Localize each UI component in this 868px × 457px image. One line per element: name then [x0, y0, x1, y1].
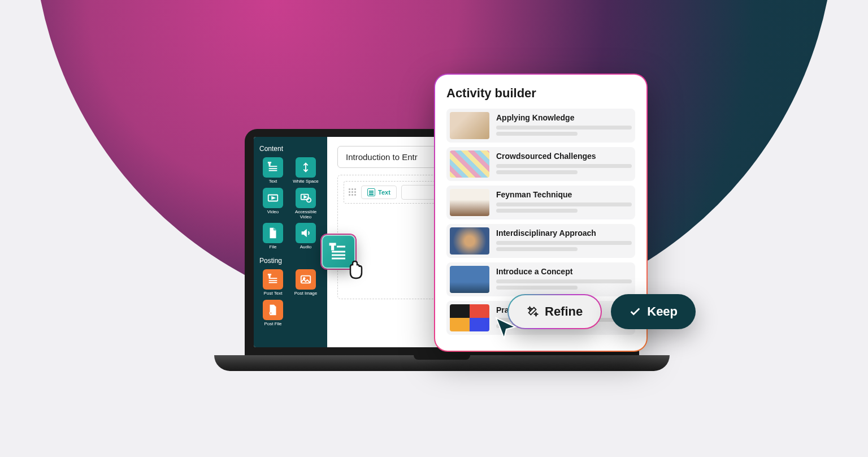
magic-wand-icon — [527, 305, 539, 318]
activity-item-name: Introduce a Concept — [496, 267, 632, 276]
sidebar-item-post-text[interactable]: T Post Text — [258, 269, 288, 296]
sidebar-item-label: Video — [267, 210, 279, 215]
activity-thumbnail — [450, 266, 489, 293]
sidebar-item-whitespace[interactable]: White Space — [291, 157, 320, 184]
placeholder-line — [496, 170, 578, 174]
placeholder-line — [496, 279, 632, 283]
text-block-chip[interactable]: Text — [361, 186, 397, 199]
sidebar-item-label: Accessible Video — [291, 210, 320, 220]
sidebar-item-post-image[interactable]: Post Image — [291, 269, 320, 296]
cursor-arrow-icon — [493, 314, 520, 342]
file-icon — [263, 223, 283, 243]
activity-thumbnail — [450, 304, 489, 331]
sidebar-item-post-file[interactable]: Post File — [258, 300, 288, 327]
sidebar: Content T Text White Space — [254, 137, 327, 347]
placeholder-line — [496, 202, 632, 206]
sidebar-posting-heading: Posting — [259, 257, 322, 265]
text-block-label: Text — [378, 189, 390, 196]
text-icon: T — [263, 157, 283, 178]
placeholder-line — [496, 241, 632, 245]
activity-item-applying-knowledge[interactable]: Applying Knowledge — [446, 109, 635, 143]
post-text-icon: T — [263, 269, 283, 290]
post-file-icon — [263, 300, 283, 320]
activity-item-interdisciplinary[interactable]: Interdisciplinary Approach — [446, 224, 635, 258]
activity-item-name: Applying Knowledge — [496, 113, 632, 122]
activity-item-feynman[interactable]: Feynman Technique — [446, 186, 635, 219]
activity-thumbnail — [450, 150, 489, 178]
placeholder-line — [496, 247, 578, 251]
activity-thumbnail — [450, 227, 489, 255]
activity-item-name: Crowdsourced Challenges — [496, 152, 632, 161]
check-icon — [629, 305, 641, 318]
activity-item-name: Feynman Technique — [496, 190, 632, 199]
sidebar-item-label: Audio — [300, 245, 311, 250]
video-icon — [263, 188, 283, 208]
sidebar-item-file[interactable]: File — [258, 223, 288, 250]
action-buttons: Refine Keep — [507, 294, 696, 329]
svg-text:T: T — [268, 274, 271, 279]
keep-button[interactable]: Keep — [611, 294, 696, 329]
sidebar-item-audio[interactable]: Audio — [291, 223, 320, 250]
accessible-video-icon — [296, 188, 316, 208]
svg-text:T: T — [330, 242, 335, 251]
activity-item-crowdsourced[interactable]: Crowdsourced Challenges — [446, 147, 635, 181]
activity-item-introduce-concept[interactable]: Introduce a Concept — [446, 262, 635, 296]
sidebar-item-label: Post Image — [294, 291, 317, 296]
placeholder-line — [496, 209, 578, 213]
post-image-icon — [296, 269, 316, 290]
laptop-base — [214, 355, 670, 371]
placeholder-line — [496, 286, 578, 290]
laptop-notch — [414, 355, 470, 360]
activity-thumbnail — [450, 189, 489, 216]
sidebar-item-label: White Space — [293, 179, 318, 184]
svg-text:T: T — [268, 161, 271, 166]
sidebar-item-text[interactable]: T Text — [258, 157, 288, 184]
sidebar-item-label: Text — [269, 179, 277, 184]
sidebar-posting-grid: T Post Text Post Image — [258, 269, 323, 327]
placeholder-line — [496, 126, 632, 130]
placeholder-line — [496, 164, 632, 168]
sidebar-item-label: Post Text — [264, 291, 283, 296]
sidebar-content-grid: T Text White Space Vide — [258, 157, 323, 250]
sidebar-content-heading: Content — [259, 145, 322, 153]
activity-builder-title: Activity builder — [446, 86, 635, 101]
sidebar-item-label: File — [270, 245, 277, 250]
drag-handle-icon[interactable] — [349, 188, 357, 196]
refine-button-label: Refine — [545, 304, 583, 319]
text-block-icon — [367, 188, 375, 196]
sidebar-item-accessible-video[interactable]: Accessible Video — [291, 188, 320, 220]
grab-cursor-icon — [346, 259, 368, 282]
placeholder-line — [496, 132, 578, 136]
refine-button[interactable]: Refine — [507, 294, 602, 329]
sidebar-item-video[interactable]: Video — [258, 188, 288, 220]
sidebar-item-label: Post File — [264, 322, 281, 327]
keep-button-label: Keep — [647, 304, 678, 319]
activity-item-name: Interdisciplinary Approach — [496, 228, 632, 238]
audio-icon — [296, 223, 316, 243]
whitespace-icon — [296, 157, 316, 178]
activity-thumbnail — [450, 112, 489, 139]
